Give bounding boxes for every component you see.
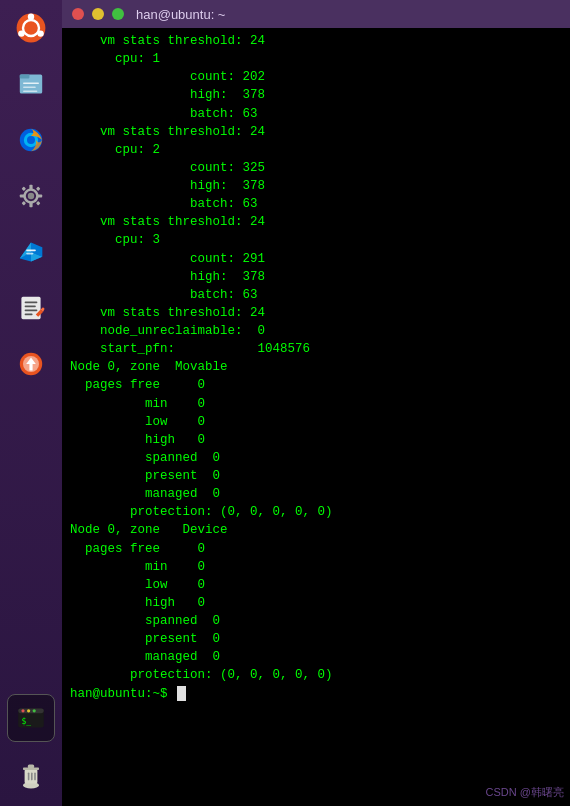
svg-point-34	[27, 709, 30, 712]
sidebar-icon-trash[interactable]	[7, 750, 55, 798]
svg-rect-9	[23, 90, 37, 92]
sidebar-icon-updater[interactable]	[7, 340, 55, 388]
sidebar: $_	[0, 0, 62, 806]
svg-text:$_: $_	[21, 717, 31, 726]
sidebar-icon-settings[interactable]	[7, 172, 55, 220]
svg-point-3	[37, 30, 43, 36]
svg-point-4	[18, 30, 24, 36]
svg-rect-22	[26, 250, 36, 252]
svg-rect-15	[29, 202, 32, 207]
sidebar-icon-terminal[interactable]: $_	[7, 694, 55, 742]
svg-rect-20	[22, 201, 27, 206]
svg-rect-28	[25, 314, 33, 316]
svg-rect-23	[26, 253, 33, 255]
minimize-dot[interactable]	[92, 8, 104, 20]
svg-point-2	[28, 14, 34, 20]
terminal-prompt: han@ubuntu:~$	[70, 685, 175, 703]
svg-rect-40	[28, 764, 34, 768]
sidebar-icon-ubuntu[interactable]	[7, 4, 55, 52]
svg-point-33	[21, 709, 24, 712]
sidebar-icon-files[interactable]	[7, 60, 55, 108]
svg-rect-25	[25, 302, 38, 304]
sidebar-icon-editor[interactable]	[7, 284, 55, 332]
svg-rect-18	[22, 187, 27, 192]
svg-rect-14	[29, 185, 32, 190]
svg-rect-41	[28, 772, 30, 780]
svg-rect-27	[25, 310, 38, 312]
terminal-titlebar: han@ubuntu: ~	[62, 0, 570, 28]
sidebar-icon-firefox[interactable]	[7, 116, 55, 164]
watermark: CSDN @韩曙亮	[486, 785, 564, 800]
svg-point-13	[28, 193, 34, 199]
svg-rect-6	[20, 74, 30, 78]
terminal-window: han@ubuntu: ~ vm stats threshold: 24 cpu…	[62, 0, 570, 806]
terminal-title: han@ubuntu: ~	[136, 7, 225, 22]
svg-rect-42	[31, 772, 33, 780]
terminal-output: vm stats threshold: 24 cpu: 1 count: 202…	[70, 32, 562, 685]
svg-rect-17	[37, 194, 42, 197]
svg-rect-43	[34, 772, 36, 780]
svg-point-35	[33, 709, 36, 712]
sidebar-icon-vscode[interactable]	[7, 228, 55, 276]
terminal-prompt-line: han@ubuntu:~$	[70, 685, 562, 703]
svg-rect-16	[20, 194, 25, 197]
maximize-dot[interactable]	[112, 8, 124, 20]
svg-rect-7	[23, 82, 39, 84]
svg-rect-21	[36, 201, 41, 206]
svg-point-12	[27, 136, 35, 144]
svg-rect-19	[36, 187, 41, 192]
close-dot[interactable]	[72, 8, 84, 20]
terminal-body[interactable]: vm stats threshold: 24 cpu: 1 count: 202…	[62, 28, 570, 806]
terminal-cursor	[177, 686, 186, 701]
svg-rect-26	[25, 306, 36, 308]
svg-rect-8	[23, 86, 36, 88]
